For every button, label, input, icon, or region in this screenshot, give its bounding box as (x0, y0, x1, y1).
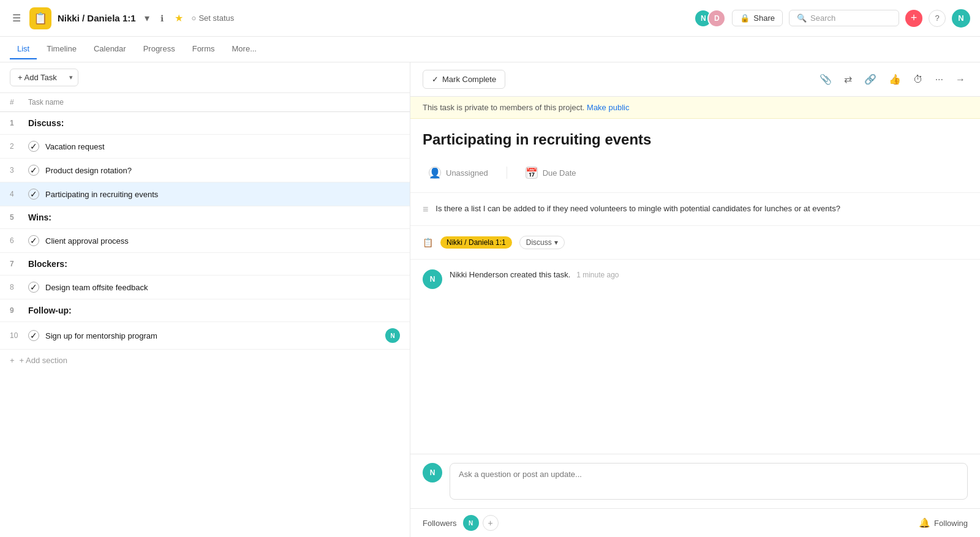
task-check-icon[interactable]: ✓ (28, 330, 39, 341)
row-num: 2 (10, 142, 22, 151)
task-check-icon[interactable]: ✓ (28, 165, 39, 176)
activity-time: 1 minute ago (576, 271, 619, 279)
follower-avatar: N (463, 515, 479, 531)
row-num: 9 (10, 306, 22, 315)
task-check-icon[interactable]: ✓ (28, 189, 39, 200)
comment-user-avatar: N (423, 463, 442, 483)
row-num: 8 (10, 283, 22, 291)
help-button[interactable]: ? (929, 10, 946, 27)
activity-text: Nikki Henderson created this task. (450, 270, 570, 279)
task-title: Participating in recruiting events (410, 119, 980, 158)
add-task-button[interactable]: + Add Task ▾ (10, 69, 78, 86)
left-toolbar: + Add Task ▾ (0, 62, 410, 93)
hash-label: # (10, 98, 22, 107)
add-task-chevron-button[interactable]: ▾ (64, 70, 78, 85)
row-num: 10 (10, 331, 22, 340)
section-title: Wins: (28, 212, 51, 222)
attachment-button[interactable]: 📎 (817, 71, 834, 88)
task-title-text: Design team offsite feedback (45, 283, 400, 292)
row-num: 7 (10, 260, 22, 268)
avatar-group: N D (694, 9, 726, 28)
activity-avatar: N (423, 269, 442, 289)
tab-progress[interactable]: Progress (136, 39, 183, 59)
list-item[interactable]: 3 ✓ Product design rotation? (0, 159, 410, 182)
add-task-main-button[interactable]: + Add Task (10, 69, 64, 86)
menu-button[interactable]: ☰ (10, 10, 23, 26)
section-title: Follow-up: (28, 306, 72, 315)
task-check-icon[interactable]: ✓ (28, 141, 39, 152)
user-avatar[interactable]: N (952, 9, 970, 28)
search-icon: 🔍 (797, 13, 807, 23)
followers-label: Followers (423, 519, 457, 528)
task-title-text: Participating in recruiting events (45, 190, 400, 199)
list-item[interactable]: 10 ✓ Sign up for mentorship program N (0, 322, 410, 350)
tab-more[interactable]: More... (225, 39, 264, 59)
toolbar-actions: 📎 ⇄ 🔗 👍 ⏱ ··· → (817, 71, 968, 88)
search-bar[interactable]: 🔍 Search (789, 10, 899, 26)
task-description: ≡ Is there a list I can be added to if t… (410, 193, 980, 226)
discuss-badge[interactable]: Discuss ▾ (519, 236, 565, 249)
list-item[interactable]: 8 ✓ Design team offsite feedback (0, 276, 410, 299)
topbar-right: N D 🔒 Share 🔍 Search + ? N (694, 9, 970, 28)
description-text[interactable]: Is there a list I can be added to if the… (435, 203, 840, 216)
row-num: 5 (10, 213, 22, 222)
following-button[interactable]: 🔔 Following (919, 517, 968, 528)
right-toolbar: ✓ Mark Complete 📎 ⇄ 🔗 👍 ⏱ ··· → (410, 62, 980, 97)
more-options-button[interactable]: ··· (933, 72, 946, 88)
task-title-text: Client approval process (45, 236, 400, 246)
link-button[interactable]: 🔗 (862, 71, 879, 88)
due-date-field[interactable]: 📅 Due Date (519, 163, 582, 182)
like-button[interactable]: 👍 (886, 71, 903, 88)
checkmark-icon: ✓ (432, 75, 439, 84)
task-check-icon[interactable]: ✓ (28, 282, 39, 293)
comment-section: N (410, 454, 980, 508)
task-title-text: Product design rotation? (45, 166, 400, 175)
share-button[interactable]: 🔒 Share (732, 10, 783, 26)
list-item[interactable]: 7 Blockers: (0, 253, 410, 276)
set-status-button[interactable]: ○ Set status (192, 13, 235, 23)
tab-calendar[interactable]: Calendar (86, 39, 134, 59)
add-section-button[interactable]: + + Add section (0, 350, 410, 371)
add-follower-button[interactable]: + (483, 515, 499, 531)
info-button[interactable]: ℹ (158, 11, 166, 26)
assignee-field[interactable]: 👤 Unassigned (423, 163, 494, 182)
list-item[interactable]: 4 ✓ Participating in recruiting events (0, 182, 410, 206)
description-icon: ≡ (423, 204, 428, 215)
copy-button[interactable]: ⇄ (842, 71, 854, 88)
task-assignee-avatar: N (385, 328, 400, 343)
task-detail: This task is private to members of this … (410, 97, 980, 454)
avatar-user2: D (707, 9, 726, 28)
task-title-text: Sign up for mentorship program (45, 331, 379, 340)
circle-icon: ○ (192, 13, 197, 23)
project-title: Nikki / Daniela 1:1 (58, 13, 136, 23)
followers-bar: Followers N + 🔔 Following (410, 508, 980, 537)
plus-icon: + (10, 356, 15, 365)
project-tag[interactable]: Nikki / Daniela 1:1 (440, 236, 512, 249)
row-num: 6 (10, 236, 22, 245)
comment-input[interactable] (450, 463, 968, 500)
make-public-link[interactable]: Make public (587, 103, 629, 112)
list-item[interactable]: 5 Wins: (0, 206, 410, 229)
task-check-icon[interactable]: ✓ (28, 235, 39, 246)
list-item[interactable]: 2 ✓ Vacation request (0, 135, 410, 159)
mark-complete-button[interactable]: ✓ Mark Complete (423, 70, 505, 89)
chevron-down-icon: ▾ (554, 238, 558, 247)
list-item[interactable]: 1 Discuss: (0, 112, 410, 135)
column-header-row: # Task name (0, 93, 410, 112)
main-layout: + Add Task ▾ # Task name 1 Discuss: 2 ✓ … (0, 62, 980, 537)
calendar-icon: 📅 (526, 167, 538, 179)
star-button[interactable]: ★ (172, 10, 186, 26)
list-item[interactable]: 6 ✓ Client approval process (0, 229, 410, 253)
privacy-banner: This task is private to members of this … (410, 97, 980, 119)
tab-forms[interactable]: Forms (185, 39, 222, 59)
right-panel: ✓ Mark Complete 📎 ⇄ 🔗 👍 ⏱ ··· → This tas… (410, 62, 980, 537)
tab-timeline[interactable]: Timeline (39, 39, 84, 59)
expand-button[interactable]: → (953, 72, 968, 88)
project-dropdown-button[interactable]: ▾ (142, 10, 152, 26)
nav-tabs: List Timeline Calendar Progress Forms Mo… (0, 37, 980, 62)
timer-button[interactable]: ⏱ (911, 72, 925, 88)
tab-list[interactable]: List (10, 39, 37, 59)
create-button[interactable]: + (905, 10, 922, 27)
task-meta: 👤 Unassigned 📅 Due Date (410, 158, 980, 193)
list-item[interactable]: 9 Follow-up: (0, 299, 410, 322)
